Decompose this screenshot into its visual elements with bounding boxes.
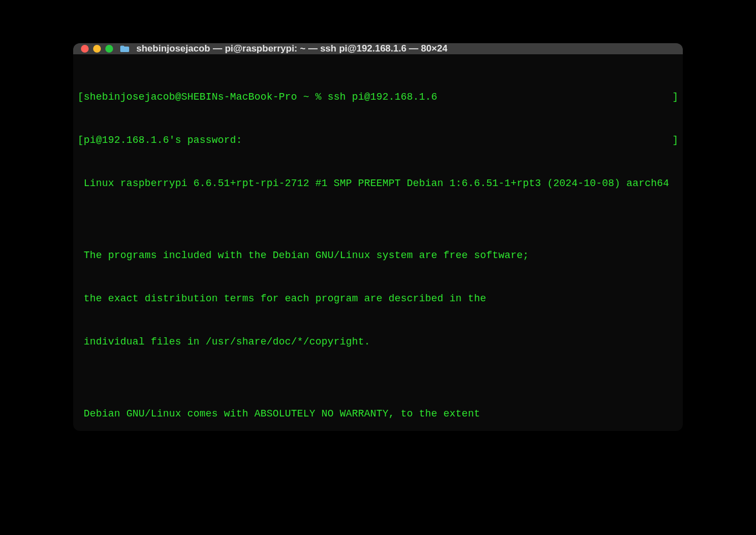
terminal-body[interactable]: [ shebinjosejacob@SHEBINs-MacBook-Pro ~ … bbox=[73, 54, 683, 431]
folder-icon bbox=[120, 45, 130, 53]
terminal-line: [ pi@192.168.1.6's password: ] bbox=[78, 133, 678, 147]
minimize-icon[interactable] bbox=[93, 45, 101, 53]
bracket-left: [ bbox=[78, 90, 84, 104]
zoom-icon[interactable] bbox=[105, 45, 113, 53]
close-icon[interactable] bbox=[81, 45, 89, 53]
bracket-right: ] bbox=[672, 133, 678, 147]
terminal-line: Debian GNU/Linux comes with ABSOLUTELY N… bbox=[78, 407, 678, 421]
window-title: shebinjosejacob — pi@raspberrypi: ~ — ss… bbox=[136, 43, 447, 54]
terminal-text: shebinjosejacob@SHEBINs-MacBook-Pro ~ % … bbox=[84, 90, 672, 104]
traffic-lights bbox=[81, 45, 113, 53]
titlebar[interactable]: shebinjosejacob — pi@raspberrypi: ~ — ss… bbox=[73, 43, 683, 54]
terminal-window: shebinjosejacob — pi@raspberrypi: ~ — ss… bbox=[73, 43, 683, 431]
terminal-line: [ shebinjosejacob@SHEBINs-MacBook-Pro ~ … bbox=[78, 90, 678, 104]
terminal-text: pi@192.168.1.6's password: bbox=[84, 133, 672, 147]
bracket-right: ] bbox=[672, 90, 678, 104]
terminal-line: Linux raspberrypi 6.6.51+rpt-rpi-2712 #1… bbox=[78, 176, 678, 191]
terminal-line: The programs included with the Debian GN… bbox=[78, 248, 678, 263]
bracket-left: [ bbox=[78, 133, 84, 147]
terminal-line: the exact distribution terms for each pr… bbox=[78, 291, 678, 306]
terminal-line: individual files in /usr/share/doc/*/cop… bbox=[78, 335, 678, 349]
